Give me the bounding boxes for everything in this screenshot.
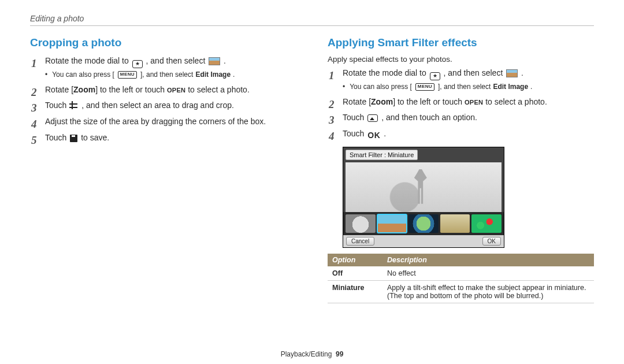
ok-icon: OK xyxy=(367,129,380,142)
camera-screenshot: Smart Filter : Miniature Cancel OK xyxy=(343,147,504,248)
text: You can also press [ xyxy=(52,69,114,80)
text: You can also press [ xyxy=(350,81,412,92)
text: to select a photo. xyxy=(483,97,547,106)
text: , and then select xyxy=(444,68,506,77)
text: to select a photo. xyxy=(185,85,250,94)
text: Touch xyxy=(343,113,366,122)
text: . xyxy=(233,69,235,80)
page-footer: Playback/Editing 99 xyxy=(0,350,624,358)
col-smartfilter: Applying Smart Filter effects Apply spec… xyxy=(328,36,594,303)
page-header: Editing a photo xyxy=(30,14,594,26)
text: ], and then select xyxy=(140,69,193,80)
text: Rotate [ xyxy=(343,97,371,106)
text: Touch xyxy=(45,101,69,110)
heading-cropping: Cropping a photo xyxy=(30,36,296,49)
filter-thumb[interactable] xyxy=(440,214,470,233)
text-bold: Zoom xyxy=(73,85,95,94)
col-cropping: Cropping a photo Rotate the mode dial to… xyxy=(30,36,296,303)
text-smallcaps: OPEN xyxy=(465,99,483,106)
text: , and then select an area to drag and cr… xyxy=(81,101,234,110)
filter-thumb[interactable] xyxy=(408,214,439,233)
cancel-button[interactable]: Cancel xyxy=(346,237,374,246)
save-icon xyxy=(70,135,77,142)
text-bold: Edit Image xyxy=(493,81,528,92)
filter-thumb-selected[interactable] xyxy=(377,214,407,233)
opt-val: Apply a tilt-shift effect to make the su… xyxy=(382,280,594,303)
text-bold: Zoom xyxy=(371,97,393,106)
th-description: Description xyxy=(382,254,594,266)
sf-step-2: Rotate [Zoom] to the left or touch OPEN … xyxy=(328,96,594,109)
crop-step-4: Adjust the size of the area by dragging … xyxy=(30,116,296,128)
filter-label: Smart Filter : Miniature xyxy=(346,150,418,160)
sf-step-3: Touch , and then touch an option. xyxy=(328,112,594,124)
opt-key: Off xyxy=(328,266,382,281)
edit-image-thumb-icon xyxy=(506,69,518,77)
sf-step-1: Rotate the mode dial to ★ , and then sel… xyxy=(328,67,594,92)
menu-button-icon: MENU xyxy=(415,83,434,91)
text: , and then select xyxy=(146,56,208,65)
filter-preview xyxy=(346,162,502,212)
text: . xyxy=(384,129,386,138)
footer-section: Playback/Editing xyxy=(281,350,332,358)
text: Rotate the mode dial to xyxy=(343,68,429,77)
text: . xyxy=(521,68,523,77)
opt-key: Miniature xyxy=(328,280,382,303)
text: Rotate [ xyxy=(45,85,73,94)
text: Touch xyxy=(343,129,366,138)
table-row: Miniature Apply a tilt-shift effect to m… xyxy=(328,280,594,303)
text: . xyxy=(530,81,532,92)
page-number: 99 xyxy=(336,350,343,358)
table-row: Off No effect xyxy=(328,266,594,281)
text: ] to the left or touch xyxy=(95,85,167,94)
text-bold: Edit Image xyxy=(195,69,231,80)
crop-step-2: Rotate [Zoom] to the left or touch OPEN … xyxy=(30,84,296,96)
crop-step-1: Rotate the mode dial to ★ , and then sel… xyxy=(30,55,296,80)
sf-step-1-sub: You can also press [ MENU ], and then se… xyxy=(343,81,594,92)
text: , and then touch an option. xyxy=(381,113,477,122)
picture-icon xyxy=(367,114,378,122)
crop-step-1-sub: You can also press [ MENU ], and then se… xyxy=(45,69,296,80)
text: ], and then select xyxy=(438,81,491,92)
crop-step-3: Touch , and then select an area to drag … xyxy=(30,99,296,112)
smartfilter-intro: Apply special effects to your photos. xyxy=(328,55,594,64)
text: ] to the left or touch xyxy=(393,97,465,106)
options-table: Option Description Off No effect Miniatu… xyxy=(328,254,594,303)
text: . xyxy=(224,56,226,65)
edit-image-thumb-icon xyxy=(209,57,220,65)
mode-dial-icon: ★ xyxy=(430,72,440,80)
filter-thumbs xyxy=(343,212,504,235)
sf-step-4: Touch OK . xyxy=(328,128,594,142)
mode-dial-icon: ★ xyxy=(132,60,143,68)
filter-thumb[interactable] xyxy=(471,214,502,233)
text: Rotate the mode dial to xyxy=(45,56,131,65)
opt-val: No effect xyxy=(382,266,594,281)
text: to save. xyxy=(81,133,109,142)
th-option: Option xyxy=(328,254,382,266)
text: Touch xyxy=(45,133,69,142)
crop-icon xyxy=(70,102,78,110)
heading-smartfilter: Applying Smart Filter effects xyxy=(328,36,594,49)
ok-button[interactable]: OK xyxy=(482,237,501,246)
text-smallcaps: OPEN xyxy=(167,87,185,94)
filter-thumb[interactable] xyxy=(346,214,376,233)
crop-step-5: Touch to save. xyxy=(30,132,296,144)
menu-button-icon: MENU xyxy=(118,71,137,79)
